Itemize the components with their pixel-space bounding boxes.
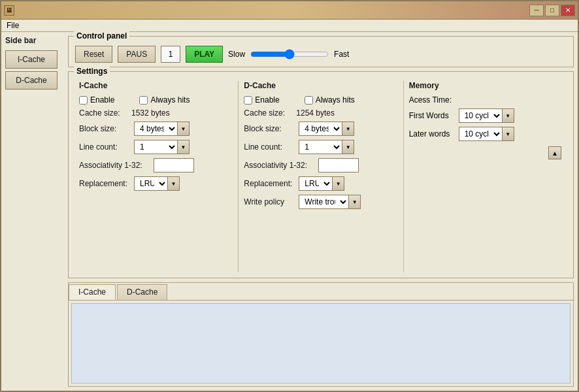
icache-block-size-arrow[interactable]: ▼ [177,122,189,135]
minimize-button[interactable]: ─ [529,5,544,16]
memory-acess-time-row: Acess Time: [409,95,563,105]
dcache-line-count-arrow[interactable]: ▼ [342,140,354,154]
icache-cache-size-row: Cache size: 1532 bytes [79,108,233,118]
memory-col-title: Memory [409,81,563,90]
dcache-replacement-arrow[interactable]: ▼ [332,177,344,190]
memory-acess-time-label: Acess Time: [409,95,452,105]
dcache-block-size-select[interactable]: 4 bytes 8 bytes 16 bytes 32 bytes [299,122,342,135]
icache-replacement-label: Replacement: [79,179,131,188]
slow-label: Slow [228,50,245,59]
icache-always-hits-label: Always hits [150,95,190,105]
settings-inner: I-Cache Enable Always hits Cache size: 1 [74,81,568,272]
memory-later-words-arrow[interactable]: ▼ [502,127,514,140]
memory-first-words-select-wrapper: 10 cycles 5 cycles 20 cycles ▼ [459,108,514,123]
memory-column: Memory Acess Time: First Words 10 cycles… [404,81,568,272]
counter-input[interactable] [161,46,180,63]
dcache-column: D-Cache Enable Always hits Cache size: 1 [239,81,403,272]
dcache-cache-size-value: 1254 bytes [296,108,335,118]
icache-replacement-select[interactable]: LRU FIFO Random [135,177,167,190]
fast-label: Fast [334,50,349,59]
close-button[interactable]: ✕ [561,5,575,16]
dcache-cache-size-label: Cache size: [244,108,296,118]
sidebar-icache-button[interactable]: I-Cache [5,50,58,69]
dcache-associativity-label: Associativity 1-32: [244,161,316,170]
play-button[interactable]: PLAY [186,46,223,63]
speed-slider[interactable] [250,49,329,59]
dcache-always-hits-label: Always hits [316,95,355,105]
dcache-write-policy-label: Write policy [244,197,296,206]
dcache-line-count-select[interactable]: 1 2 4 8 [299,140,342,154]
icache-associativity-input[interactable] [154,158,194,172]
icache-column: I-Cache Enable Always hits Cache size: 1 [74,81,239,272]
dcache-replacement-select-wrapper: LRU FIFO Random ▼ [299,176,344,191]
tabs-header: I-Cache D-Cache [69,283,573,301]
maximize-button[interactable]: □ [545,5,559,16]
sidebar: Side bar I-Cache D-Cache [5,36,64,387]
dcache-replacement-row: Replacement: LRU FIFO Random ▼ [244,176,397,191]
sidebar-dcache-button[interactable]: D-Cache [5,71,58,90]
app-icon: 🖥 [4,5,14,16]
dcache-enable-label: Enable [255,95,279,105]
memory-later-words-select[interactable]: 10 cycles 5 cycles 20 cycles [459,127,502,140]
icache-cache-size-label: Cache size: [79,108,131,118]
file-menu[interactable]: File [7,21,19,30]
dcache-replacement-select[interactable]: LRU FIFO Random [299,177,332,190]
memory-first-words-arrow[interactable]: ▼ [502,109,514,122]
memory-first-words-row: First Words 10 cycles 5 cycles 20 cycles… [409,108,563,123]
icache-block-size-label: Block size: [79,124,131,133]
dcache-write-policy-arrow[interactable]: ▼ [348,195,360,208]
icache-block-size-select-wrapper: 4 bytes 8 bytes 16 bytes 32 bytes ▼ [134,122,190,136]
bottom-tabs-area: I-Cache D-Cache [68,282,574,387]
dcache-line-count-select-wrapper: 1 2 4 8 ▼ [299,140,354,154]
dcache-enable-checkbox[interactable] [244,96,252,105]
dcache-line-count-label: Line count: [244,142,296,152]
tab-content-area [71,303,571,384]
tab-icache[interactable]: I-Cache [69,284,116,300]
dcache-line-count-row: Line count: 1 2 4 8 ▼ [244,140,397,154]
tab-dcache[interactable]: D-Cache [117,284,167,300]
pause-button[interactable]: PAUS [118,46,156,63]
icache-associativity-row: Associativity 1-32: [79,158,233,172]
titlebar-buttons: ─ □ ✕ [529,5,575,16]
icache-line-count-arrow[interactable]: ▼ [177,140,189,154]
scroll-up-button[interactable]: ▲ [548,146,561,159]
main-area: Control panel Reset PAUS PLAY Slow Fast … [68,36,574,387]
icache-line-count-select-wrapper: 1 2 4 8 ▼ [134,140,190,154]
dcache-block-size-row: Block size: 4 bytes 8 bytes 16 bytes 32 … [244,122,397,136]
icache-always-hits-checkbox[interactable] [139,96,148,105]
dcache-col-title: D-Cache [244,81,397,90]
dcache-always-hits-checkbox[interactable] [305,96,313,105]
dcache-write-policy-row: Write policy Write trought Write back ▼ [244,195,397,209]
icache-enable-row: Enable Always hits [79,95,233,105]
icache-enable-label: Enable [90,95,114,105]
icache-block-size-select[interactable]: 4 bytes 8 bytes 16 bytes 32 bytes [135,122,177,135]
icache-line-count-select[interactable]: 1 2 4 8 [135,140,177,154]
content-area: Side bar I-Cache D-Cache Control panel R… [1,32,578,391]
dcache-enable-row: Enable Always hits [244,95,397,105]
icache-cache-size-value: 1532 bytes [131,108,170,118]
memory-later-words-row: Later words 10 cycles 5 cycles 20 cycles… [409,127,563,141]
icache-replacement-row: Replacement: LRU FIFO Random ▼ [79,176,233,191]
dcache-associativity-input[interactable] [318,158,359,172]
dcache-block-size-arrow[interactable]: ▼ [342,122,354,135]
memory-later-words-select-wrapper: 10 cycles 5 cycles 20 cycles ▼ [459,127,514,141]
dcache-write-policy-select[interactable]: Write trought Write back [299,195,348,208]
memory-first-words-label: First Words [409,111,455,120]
menubar: File [1,20,578,32]
control-panel-wrapper: Control panel Reset PAUS PLAY Slow Fast [68,36,574,67]
icache-replacement-arrow[interactable]: ▼ [167,177,179,190]
control-panel-title: Control panel [74,31,129,41]
titlebar: 🖥 ─ □ ✕ [1,1,578,20]
settings-title: Settings [74,67,110,76]
scroll-area: ▲ [409,145,563,161]
dcache-block-size-select-wrapper: 4 bytes 8 bytes 16 bytes 32 bytes ▼ [299,122,354,136]
titlebar-left: 🖥 [4,5,17,16]
memory-later-words-label: Later words [409,129,455,139]
icache-col-title: I-Cache [79,81,233,90]
icache-enable-checkbox[interactable] [79,96,88,105]
memory-first-words-select[interactable]: 10 cycles 5 cycles 20 cycles [459,109,502,122]
dcache-cache-size-row: Cache size: 1254 bytes [244,108,397,118]
dcache-replacement-label: Replacement: [244,179,296,188]
icache-line-count-label: Line count: [79,142,131,152]
reset-button[interactable]: Reset [75,46,112,63]
